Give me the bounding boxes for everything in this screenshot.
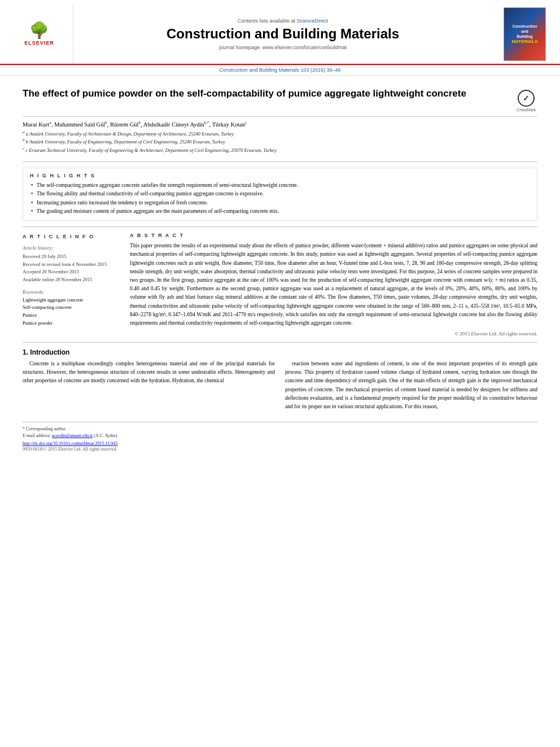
affiliation-b: b b Atatürk University, Faculty of Engin… — [23, 137, 537, 146]
divider-1 — [23, 161, 537, 162]
keyword-1: Lightweight aggregate concrete — [23, 296, 119, 304]
author-murat: Murat Kurt — [23, 121, 50, 128]
science-direct-line: Contents lists available at ScienceDirec… — [238, 18, 328, 24]
doi-link[interactable]: http://dx.doi.org/10.1016/j.conbuildmat.… — [23, 441, 117, 446]
affil-sup-a: a — [23, 130, 25, 134]
elsevier-tree-icon: 🌳 — [29, 23, 49, 38]
intro-number: 1. — [23, 348, 28, 356]
abstract-label: A B S T R A C T — [130, 233, 537, 238]
abstract-column: A B S T R A C T This paper presents the … — [130, 233, 537, 337]
science-direct-link[interactable]: ScienceDirect — [297, 18, 329, 24]
journal-title: Construction and Building Materials — [167, 26, 399, 42]
intro-para-1: Concrete is a multiphase exceedingly com… — [23, 360, 275, 386]
corresponding-label: * Corresponding author. — [23, 426, 67, 431]
footer-section: * Corresponding author. E-mail address: … — [23, 422, 537, 452]
cover-line3: Building — [517, 34, 532, 38]
keyword-3: Pumice — [23, 312, 119, 320]
email-link[interactable]: acaydin@atauni.edu.tr — [52, 433, 93, 438]
keywords-label: Keywords: — [23, 288, 119, 296]
journal-header: 🌳 ELSEVIER Contents lists available at S… — [0, 0, 560, 65]
author-rustem: Rüstem Gül — [110, 121, 138, 128]
intro-para-2: reaction between water and ingredients o… — [285, 360, 537, 411]
article-info-abstract: A R T I C L E I N F O Article history: R… — [23, 233, 537, 337]
article-info-column: A R T I C L E I N F O Article history: R… — [23, 233, 119, 337]
available-online-date: Available online 28 November 2015 — [23, 276, 119, 284]
corresponding-author-note: * Corresponding author. — [23, 426, 537, 433]
contents-available-text: Contents lists available at — [238, 18, 295, 24]
abstract-section: A B S T R A C T This paper presents the … — [130, 233, 537, 337]
divider-3 — [23, 342, 537, 343]
highlight-item-1: The self-compacting pumice aggregate con… — [30, 181, 530, 189]
received-date: Received 29 July 2015 — [23, 253, 119, 261]
highlight-item-4: The grading and moisture content of pumi… — [30, 207, 530, 215]
author-muhammed: Muhammed Said Gül — [54, 121, 105, 128]
journal-homepage: journal homepage: www.elsevier.com/locat… — [219, 45, 347, 50]
article-dates: Received 29 July 2015 Received in revise… — [23, 253, 119, 283]
author-turkay: Türkay Kotan — [212, 121, 246, 128]
intro-title: 1. Introduction — [23, 348, 537, 356]
page: 🌳 ELSEVIER Contents lists available at S… — [0, 0, 560, 747]
journal-cover: Construction and Building MATERIALS — [498, 5, 549, 64]
authors-section: Murat Kurta, Muhammed Said Gülb, Rüstem … — [23, 117, 537, 156]
cover-line1: Construction — [513, 24, 537, 28]
affil-sup-b: b — [23, 138, 25, 142]
main-content: The effect of pumice powder on the self-… — [0, 76, 560, 457]
author-sup-b3: b,* — [204, 120, 209, 125]
affiliation-c: c c Erzurum Technical University, Facult… — [23, 146, 537, 154]
article-history-label: Article history: — [23, 244, 119, 252]
email-note: E-mail address: acaydin@atauni.edu.tr (A… — [23, 433, 537, 439]
author-sup-c1: c — [245, 120, 247, 125]
author-sup-a1: a — [50, 120, 51, 125]
highlights-section: H I G H L I G H T S The self-compacting … — [23, 168, 537, 221]
crossmark-badge: ✓ CrossMark — [515, 90, 537, 112]
keyword-4: Pumice powder — [23, 320, 119, 327]
author-abdulkadir: Abdulkadir Cüneyt Aydin — [143, 121, 204, 128]
article-title-section: The effect of pumice powder on the self-… — [23, 81, 537, 117]
intro-col-left: Concrete is a multiphase exceedingly com… — [23, 360, 275, 413]
highlight-item-3: Increasing pumice ratio increased the te… — [30, 199, 530, 207]
email-label: E-mail address: — [23, 433, 51, 438]
divider-2 — [23, 226, 537, 227]
article-title: The effect of pumice powder on the self-… — [23, 87, 515, 101]
affil-sup-c: c — [23, 146, 24, 151]
cover-title: Construction and Building MATERIALS — [511, 24, 537, 45]
cover-line4: MATERIALS — [511, 39, 537, 44]
article-info: A R T I C L E I N F O Article history: R… — [23, 233, 119, 327]
journal-reference: Construction and Building Materials 103 … — [0, 65, 560, 76]
elsevier-brand-text: ELSEVIER — [24, 40, 54, 46]
introduction-section: 1. Introduction Concrete is a multiphase… — [23, 348, 537, 413]
keywords-section: Keywords: Lightweight aggregate concrete… — [23, 288, 119, 327]
crossmark-label: CrossMark — [517, 108, 536, 112]
journal-center: Contents lists available at ScienceDirec… — [73, 5, 492, 64]
elsevier-logo: 🌳 ELSEVIER — [11, 5, 73, 64]
email-suffix: (A.C. Aydin). — [94, 433, 118, 438]
accepted-date: Accepted 20 November 2015 — [23, 268, 119, 276]
author-sup-b1: b — [105, 120, 107, 125]
keyword-2: Self-compacting concrete — [23, 304, 119, 312]
highlight-item-2: The flowing ability and thermal conducti… — [30, 190, 530, 198]
received-revised-date: Received in revised form 4 November 2015 — [23, 261, 119, 269]
homepage-text: journal homepage: www.elsevier.com/locat… — [219, 45, 347, 50]
intro-col-right: reaction between water and ingredients o… — [285, 360, 537, 413]
doi-line: http://dx.doi.org/10.1016/j.conbuildmat.… — [23, 441, 537, 446]
authors-line: Murat Kurta, Muhammed Said Gülb, Rüstem … — [23, 120, 537, 128]
article-info-label: A R T I C L E I N F O — [23, 233, 119, 241]
intro-label: Introduction — [30, 348, 69, 356]
affiliation-a: a a Atatürk University, Faculty of Archi… — [23, 129, 537, 138]
author-sup-b2: b — [139, 120, 141, 125]
highlights-label: H I G H L I G H T S — [30, 173, 530, 178]
cover-line2: and — [521, 29, 528, 33]
cover-image: Construction and Building MATERIALS — [504, 7, 546, 61]
highlights-list: The self-compacting pumice aggregate con… — [30, 181, 530, 215]
crossmark-icon: ✓ — [518, 90, 535, 107]
intro-two-col: Concrete is a multiphase exceedingly com… — [23, 360, 537, 413]
copyright-line: © 2015 Elsevier Ltd. All rights reserved… — [130, 331, 537, 337]
issn-line: 0950-0618/© 2015 Elsevier Ltd. All right… — [23, 447, 537, 452]
affiliations: a a Atatürk University, Faculty of Archi… — [23, 129, 537, 154]
abstract-text: This paper presents the results of an ex… — [130, 242, 537, 327]
